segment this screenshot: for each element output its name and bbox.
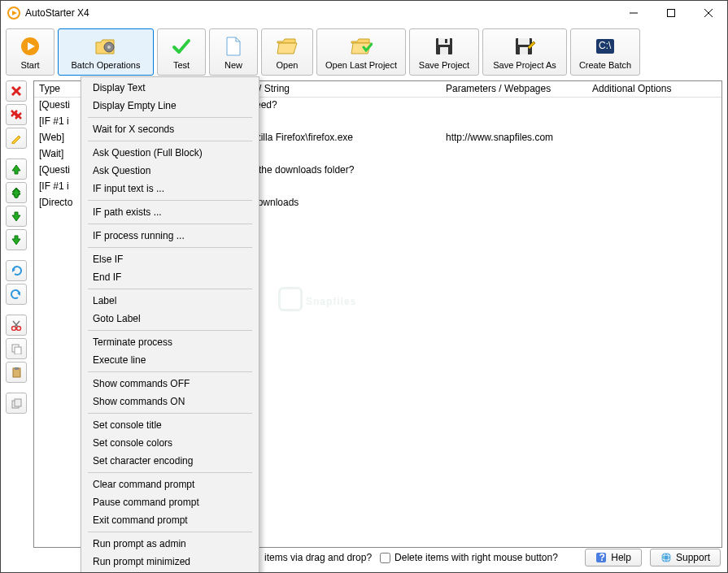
svg-rect-12 (440, 47, 448, 54)
move-up-button[interactable] (6, 158, 27, 180)
cell: n the downloads folder? (246, 163, 441, 179)
refresh-button[interactable] (6, 260, 27, 281)
open-button[interactable]: Open (261, 28, 313, 76)
menu-item[interactable]: Terminate process (81, 333, 259, 351)
move-drag-label: items via drag and drop? (264, 552, 372, 563)
cell (587, 179, 717, 195)
delete-right-input[interactable] (380, 553, 390, 563)
cell (587, 114, 717, 130)
create-batch-label: Create Batch (579, 60, 631, 70)
move-drag-checkbox[interactable]: items via drag and drop? (264, 552, 372, 563)
menu-item[interactable]: Set console colors (81, 434, 259, 452)
menu-item[interactable]: Clear command prompt (81, 475, 259, 493)
globe-icon (660, 552, 672, 563)
menu-separator (88, 413, 252, 414)
menu-item[interactable]: Set console title (81, 416, 259, 434)
cell: Downloads (246, 195, 441, 211)
svg-marker-27 (12, 189, 20, 198)
refresh-alt-button[interactable] (6, 284, 27, 305)
cell (587, 146, 717, 163)
menu-item[interactable]: Else IF (81, 250, 259, 268)
open-last-label: Open Last Project (325, 60, 397, 70)
start-label: Start (20, 60, 39, 70)
support-button[interactable]: Support (650, 549, 721, 566)
open-folder-icon (276, 35, 299, 58)
test-label: Test (173, 60, 190, 70)
cut-button[interactable] (6, 315, 27, 336)
menu-item[interactable]: Execute line (81, 351, 259, 369)
cell: ceed? (246, 98, 441, 114)
svg-rect-41 (15, 399, 21, 406)
menu-separator (88, 371, 252, 372)
menu-separator (88, 289, 252, 289)
menu-item[interactable]: Show commands ON (81, 393, 259, 410)
menu-item[interactable]: Run prompt minimized (81, 553, 259, 571)
delete-all-button[interactable] (6, 104, 27, 125)
delete-right-checkbox[interactable]: Delete items with right mouse button? (380, 552, 558, 563)
menu-separator (88, 141, 252, 141)
edit-button[interactable] (6, 128, 27, 149)
save-project-button[interactable]: Save Project (409, 28, 479, 76)
menu-item[interactable]: IF input text is ... (81, 180, 259, 198)
svg-marker-29 (12, 236, 20, 245)
copy-button[interactable] (6, 338, 27, 359)
menu-item[interactable]: Wait for X seconds (81, 120, 259, 138)
column-string[interactable]: n / String (246, 81, 441, 97)
start-button[interactable]: Start (6, 28, 54, 76)
delete-button[interactable] (6, 80, 27, 102)
duplicate-button[interactable] (6, 393, 27, 414)
move-bottom-button[interactable] (6, 229, 27, 250)
menu-item[interactable]: Display Empty Line (81, 97, 259, 115)
gear-folder-icon (94, 35, 117, 58)
svg-rect-3 (668, 10, 675, 17)
cell (587, 130, 717, 146)
menu-item[interactable]: Exit command prompt (81, 511, 259, 529)
close-button[interactable] (690, 1, 727, 25)
minimize-button[interactable] (615, 1, 652, 25)
menu-item[interactable]: Ask Question (81, 162, 259, 180)
menu-separator (88, 532, 252, 532)
test-button[interactable]: Test (157, 28, 206, 76)
svg-point-44 (661, 553, 671, 562)
menu-item[interactable]: Show commands OFF (81, 375, 259, 393)
menu-separator (88, 224, 252, 224)
menu-item[interactable]: Label (81, 292, 259, 310)
move-down-button[interactable] (6, 206, 27, 227)
column-parameters[interactable]: Parameters / Webpages (441, 81, 587, 97)
cell (441, 98, 587, 114)
batch-operations-button[interactable]: Batch Operations (58, 28, 154, 76)
menu-item[interactable]: Goto Label (81, 310, 259, 328)
help-button[interactable]: ? Help (585, 549, 642, 566)
cell (441, 114, 587, 130)
help-label: Help (611, 552, 631, 563)
maximize-button[interactable] (652, 1, 690, 25)
help-icon: ? (595, 552, 607, 563)
svg-rect-39 (15, 367, 19, 370)
cell (246, 146, 441, 163)
move-top-button[interactable] (6, 182, 27, 203)
svg-text:C:\: C:\ (599, 40, 612, 51)
svg-rect-11 (438, 38, 450, 45)
menu-item[interactable]: Run prompt as admin (81, 535, 259, 553)
column-options[interactable]: Additional Options (587, 81, 717, 97)
checkmark-icon (170, 35, 193, 58)
save-project-as-button[interactable]: Save Project As (482, 28, 567, 76)
menu-item[interactable]: IF path exists ... (81, 203, 259, 221)
open-last-project-button[interactable]: Open Last Project (316, 28, 406, 76)
menu-item[interactable]: Display Text (81, 79, 259, 97)
console-icon: C:\ (594, 35, 617, 58)
create-batch-button[interactable]: C:\ Create Batch (570, 28, 640, 76)
paste-button[interactable] (6, 362, 27, 383)
menu-item[interactable]: Pause command prompt (81, 493, 259, 511)
svg-point-9 (107, 46, 111, 49)
menu-separator (88, 247, 252, 248)
menu-item[interactable]: Ask Question (Full Block) (81, 144, 259, 162)
new-button[interactable]: New (209, 28, 258, 76)
menu-item[interactable]: End IF (81, 268, 259, 286)
cell (441, 163, 587, 179)
open-label: Open (277, 60, 299, 70)
menu-item[interactable]: Set character encoding (81, 452, 259, 470)
menu-item[interactable]: IF process running ... (81, 227, 259, 245)
batch-operations-menu[interactable]: Display TextDisplay Empty LineWait for X… (81, 76, 259, 573)
open-folder-check-icon (350, 35, 373, 58)
